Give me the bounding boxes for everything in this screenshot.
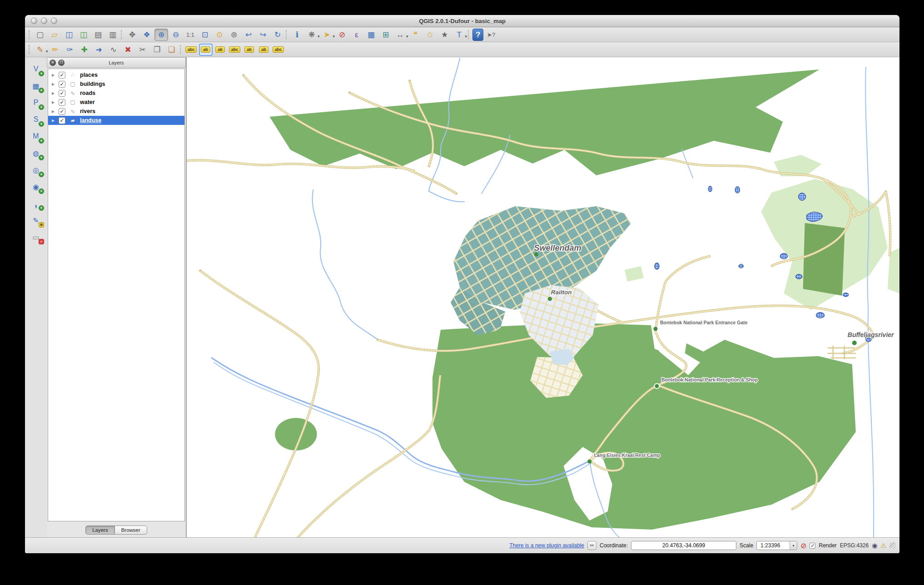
render-checkbox[interactable]: ✓ bbox=[810, 543, 815, 549]
layer-row-places[interactable]: ▶ ✓ ∴ places bbox=[48, 70, 184, 79]
crs-status-icon[interactable]: ◉ bbox=[872, 542, 877, 549]
node-tool-icon[interactable]: ∿ bbox=[107, 44, 120, 56]
layer-name[interactable]: rivers bbox=[80, 108, 95, 114]
layer-name[interactable]: water bbox=[80, 99, 95, 105]
cut-features-icon[interactable]: ✂ bbox=[136, 44, 149, 56]
annotation-dropdown-icon[interactable]: ▾ bbox=[465, 34, 467, 39]
pan-to-selection-icon[interactable]: ❖ bbox=[140, 29, 154, 41]
resize-grip[interactable] bbox=[889, 542, 896, 549]
layer-visibility-checkbox[interactable]: ✓ bbox=[59, 90, 65, 97]
expand-caret-icon[interactable]: ▶ bbox=[52, 119, 55, 123]
deselect-features-icon[interactable]: ⊘ bbox=[335, 29, 349, 41]
expand-caret-icon[interactable]: ▶ bbox=[52, 109, 55, 114]
open-attribute-table-icon[interactable]: ▦ bbox=[364, 29, 378, 41]
refresh-map-icon[interactable]: ↻ bbox=[271, 29, 284, 41]
layer-visibility-checkbox[interactable]: ✓ bbox=[59, 72, 65, 79]
save-project-as-icon[interactable]: ◫ bbox=[77, 29, 90, 41]
new-bookmark-icon[interactable]: ✩ bbox=[423, 29, 437, 41]
toolbar-handle[interactable] bbox=[121, 30, 123, 39]
add-spatialite-layer-button[interactable]: S+ bbox=[29, 113, 43, 126]
layers-panel-header[interactable]: ✕ ❐ Layers bbox=[47, 57, 186, 68]
highlight-pinned-labels-icon[interactable]: ab bbox=[214, 44, 227, 56]
layer-row-landuse[interactable]: ▶ ✓ ▰ landuse bbox=[48, 116, 184, 125]
show-bookmarks-icon[interactable]: ★ bbox=[438, 29, 452, 41]
layer-labeling-icon[interactable]: abc bbox=[184, 44, 198, 56]
scale-dropdown-icon[interactable]: ▾ bbox=[790, 541, 797, 550]
scale-value[interactable]: 1:23396 bbox=[757, 541, 790, 550]
save-project-icon[interactable]: ◫ bbox=[62, 29, 76, 41]
zoom-next-icon[interactable]: ↪ bbox=[256, 29, 270, 41]
title-bar[interactable]: QGIS 2.0.1-Dufour - basic_map bbox=[25, 15, 899, 27]
layer-row-water[interactable]: ▶ ✓ ▢ water bbox=[48, 98, 184, 107]
add-wfs-layer-button[interactable]: ◉+ bbox=[29, 180, 43, 193]
composer-manager-icon[interactable]: ▥ bbox=[106, 29, 119, 41]
layer-row-buildings[interactable]: ▶ ✓ ▢ buildings bbox=[48, 79, 184, 89]
text-annotation-icon[interactable]: T bbox=[452, 29, 466, 41]
whats-this-icon[interactable]: ➤? bbox=[484, 29, 498, 41]
add-raster-layer-button[interactable]: ▦+ bbox=[29, 79, 43, 92]
close-panel-icon[interactable]: ✕ bbox=[50, 59, 56, 66]
current-edits-dropdown-icon[interactable]: ▾ bbox=[46, 49, 48, 54]
new-print-composer-icon[interactable]: ▤ bbox=[91, 29, 105, 41]
copy-features-icon[interactable]: ❐ bbox=[150, 44, 164, 56]
layer-row-roads[interactable]: ▶ ✓ ∿ roads bbox=[48, 89, 184, 98]
add-delimited-text-layer-button[interactable]: ,+ bbox=[29, 197, 43, 210]
plugin-available-link[interactable]: There is a new plugin available bbox=[509, 542, 584, 549]
tab-browser[interactable]: Browser bbox=[115, 526, 147, 535]
delete-selected-icon[interactable]: ✖ bbox=[121, 44, 135, 56]
toggle-editing-icon[interactable]: ✏ bbox=[49, 44, 62, 56]
pan-map-icon[interactable]: ✥ bbox=[125, 29, 139, 41]
measure-icon[interactable]: ↔ bbox=[393, 29, 407, 41]
zoom-in-icon[interactable]: ⊕ bbox=[154, 29, 168, 41]
coordinate-input[interactable]: 20.4763,-34.0699 bbox=[631, 541, 736, 550]
zoom-full-extent-icon[interactable]: ⊡ bbox=[198, 29, 212, 41]
map-canvas[interactable]: Swellendam Railton Bontebok National Par… bbox=[186, 57, 899, 537]
move-label-icon[interactable]: ab bbox=[243, 44, 256, 56]
toolbar-handle[interactable] bbox=[29, 30, 30, 39]
rotate-label-icon[interactable]: ab bbox=[257, 44, 271, 56]
layer-name[interactable]: places bbox=[80, 72, 98, 78]
open-project-icon[interactable]: ▱ bbox=[48, 29, 61, 41]
layer-visibility-checkbox[interactable]: ✓ bbox=[59, 108, 65, 115]
toolbar-handle[interactable] bbox=[180, 45, 182, 54]
scale-combo[interactable]: 1:23396 ▾ bbox=[756, 541, 797, 550]
add-mssql-layer-button[interactable]: M+ bbox=[29, 130, 43, 143]
current-edits-icon[interactable]: ✎ bbox=[33, 44, 47, 56]
map-tips-icon[interactable]: ❝ bbox=[409, 29, 422, 41]
new-spatialite-layer-button[interactable]: ✎✱ bbox=[29, 214, 43, 227]
stop-render-icon[interactable]: ⊘ bbox=[800, 541, 806, 550]
add-wms-layer-button[interactable]: ◍+ bbox=[29, 147, 43, 159]
remove-layer-button[interactable]: ▭− bbox=[29, 231, 43, 243]
add-feature-icon[interactable]: ✚ bbox=[78, 44, 91, 56]
zoom-to-layer-icon[interactable]: ⊚ bbox=[227, 29, 241, 41]
add-vector-layer-button[interactable]: V+ bbox=[29, 63, 43, 75]
layer-row-rivers[interactable]: ▶ ✓ ∿ rivers bbox=[48, 107, 184, 116]
plugin-notification-icon[interactable]: ✂ bbox=[587, 541, 596, 550]
minimize-window-button[interactable] bbox=[41, 18, 47, 24]
pin-labels-icon[interactable]: ab bbox=[199, 44, 213, 56]
field-calculator-icon[interactable]: ⊞ bbox=[379, 29, 392, 41]
expand-caret-icon[interactable]: ▶ bbox=[52, 91, 55, 95]
close-window-button[interactable] bbox=[31, 18, 37, 24]
select-features-icon[interactable]: ➤ bbox=[320, 29, 334, 41]
zoom-actual-size-icon[interactable]: 1:1 bbox=[184, 29, 197, 41]
change-label-icon[interactable]: abc bbox=[272, 44, 285, 56]
zoom-window-button[interactable] bbox=[51, 18, 57, 24]
layer-visibility-checkbox[interactable]: ✓ bbox=[59, 99, 65, 106]
float-panel-icon[interactable]: ❐ bbox=[58, 59, 65, 66]
paste-features-icon[interactable]: ❏ bbox=[165, 44, 179, 56]
toolbar-handle[interactable] bbox=[286, 30, 288, 39]
save-layer-edits-icon[interactable]: ✑ bbox=[63, 44, 77, 56]
zoom-to-selection-icon[interactable]: ⊙ bbox=[213, 29, 226, 41]
expand-caret-icon[interactable]: ▶ bbox=[52, 73, 55, 77]
toolbar-handle[interactable] bbox=[29, 45, 30, 54]
toolbar-handle[interactable] bbox=[468, 30, 470, 39]
layer-name[interactable]: landuse bbox=[80, 117, 101, 124]
feature-action-dropdown-icon[interactable]: ▾ bbox=[318, 34, 320, 39]
expand-caret-icon[interactable]: ▶ bbox=[52, 100, 55, 104]
expand-caret-icon[interactable]: ▶ bbox=[52, 82, 55, 86]
move-feature-icon[interactable]: ➜ bbox=[92, 44, 106, 56]
tab-layers[interactable]: Layers bbox=[85, 526, 115, 535]
select-dropdown-icon[interactable]: ▾ bbox=[333, 34, 335, 39]
add-wcs-layer-button[interactable]: ◎+ bbox=[29, 164, 43, 176]
